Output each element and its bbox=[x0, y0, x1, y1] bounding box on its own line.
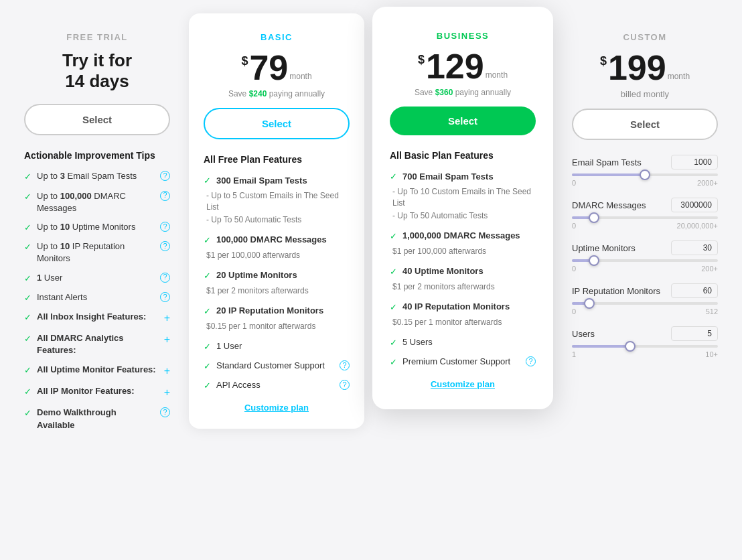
expand-icon[interactable]: + bbox=[164, 385, 170, 400]
help-icon[interactable]: ? bbox=[160, 171, 170, 181]
business-price-number: 129 bbox=[426, 49, 484, 84]
list-item: ✓ Up to 3 Email Spam Tests ? bbox=[24, 170, 170, 183]
slider-ip-reputation: IP Reputation Monitors 60 0 512 bbox=[572, 283, 718, 316]
slider-uptime-value: 30 bbox=[671, 240, 718, 255]
slider-users-value: 5 bbox=[671, 326, 718, 341]
business-select-button[interactable]: Select bbox=[390, 107, 536, 135]
list-item: ✓ 1,000,000 DMARC Messages $1 per 100,00… bbox=[390, 230, 536, 259]
list-item: ✓ 700 Email Spam Tests - Up To 10 Custom… bbox=[390, 170, 536, 223]
plan-free-label: FREE TRIAL bbox=[24, 32, 170, 42]
slider-thumb[interactable] bbox=[625, 341, 636, 352]
custom-price-row: $ 199 month bbox=[572, 50, 718, 85]
plan-business: BUSINESS $ 129 month Save $360 paying an… bbox=[372, 7, 553, 409]
check-icon: ✓ bbox=[390, 301, 397, 313]
basic-customize-link[interactable]: Customize plan bbox=[204, 403, 350, 413]
plan-free: FREE TRIAL Try it for 14 days Select Act… bbox=[9, 13, 185, 458]
business-price-dollar: $ bbox=[418, 53, 425, 67]
slider-users-label: Users bbox=[572, 329, 595, 339]
business-price-row: $ 129 month bbox=[390, 49, 536, 84]
plan-basic-label: BASIC bbox=[204, 32, 350, 42]
slider-uptime-monitors: Uptime Monitors 30 0 200+ bbox=[572, 240, 718, 273]
check-icon: ✓ bbox=[390, 337, 397, 349]
slider-thumb[interactable] bbox=[589, 255, 599, 266]
business-price-period: month bbox=[486, 70, 508, 80]
expand-icon[interactable]: + bbox=[164, 364, 170, 378]
check-icon: ✓ bbox=[24, 311, 31, 324]
check-icon: ✓ bbox=[390, 356, 397, 368]
help-icon[interactable]: ? bbox=[340, 380, 350, 390]
check-icon: ✓ bbox=[24, 292, 31, 304]
plan-custom: CUSTOM $ 199 month billed montly Select … bbox=[557, 13, 733, 385]
slider-max: 10+ bbox=[705, 350, 718, 358]
help-icon[interactable]: ? bbox=[526, 356, 536, 366]
list-item: ✓ Up to 10 IP Reputation Monitors ? bbox=[24, 240, 170, 265]
help-icon[interactable]: ? bbox=[160, 407, 170, 417]
help-icon[interactable]: ? bbox=[340, 360, 350, 370]
help-icon[interactable]: ? bbox=[160, 191, 170, 201]
check-icon: ✓ bbox=[24, 407, 31, 419]
check-icon: ✓ bbox=[390, 171, 397, 183]
check-icon: ✓ bbox=[24, 241, 31, 253]
basic-price-number: 79 bbox=[249, 50, 288, 85]
check-icon: ✓ bbox=[204, 360, 211, 372]
slider-thumb[interactable] bbox=[589, 212, 599, 223]
slider-max: 512 bbox=[706, 307, 718, 316]
slider-min: 0 bbox=[572, 307, 576, 316]
custom-price-number: 199 bbox=[608, 50, 666, 85]
check-icon: ✓ bbox=[390, 266, 397, 278]
help-icon[interactable]: ? bbox=[160, 273, 170, 283]
check-icon: ✓ bbox=[24, 364, 31, 376]
basic-price-dollar: $ bbox=[241, 54, 248, 68]
slider-thumb[interactable] bbox=[640, 169, 650, 180]
check-icon: ✓ bbox=[24, 222, 31, 234]
slider-max: 20,000,000+ bbox=[677, 222, 718, 230]
check-icon: ✓ bbox=[204, 305, 211, 318]
basic-save-text: Save $240 paying annually bbox=[204, 89, 350, 98]
check-icon: ✓ bbox=[390, 230, 397, 242]
expand-icon[interactable]: + bbox=[164, 311, 170, 326]
free-select-button[interactable]: Select bbox=[24, 104, 170, 135]
slider-ip-value: 60 bbox=[671, 283, 718, 298]
business-customize-link[interactable]: Customize plan bbox=[390, 379, 536, 389]
list-item: ✓ 40 Uptime Monitors $1 per 2 monitors a… bbox=[390, 265, 536, 294]
list-item: ✓ 1 User ? bbox=[24, 272, 170, 285]
help-icon[interactable]: ? bbox=[160, 292, 170, 302]
list-item: ✓ 40 IP Reputation Monitors $0.15 per 1 … bbox=[390, 301, 536, 330]
list-item: ✓ API Access ? bbox=[204, 379, 350, 392]
list-item: ✓ Up to 100,000 DMARC Messages ? bbox=[24, 190, 170, 214]
basic-price-period: month bbox=[289, 72, 311, 81]
custom-price-period: month bbox=[668, 72, 690, 81]
slider-dmarc-value: 3000000 bbox=[671, 198, 718, 212]
list-item: ✓ All DMARC Analytics Features: + bbox=[24, 332, 170, 356]
slider-thumb[interactable] bbox=[584, 298, 595, 309]
list-item: ✓ Demo Walkthrough Available ? bbox=[24, 407, 170, 431]
basic-select-button[interactable]: Select bbox=[204, 108, 350, 139]
check-icon: ✓ bbox=[204, 380, 211, 392]
slider-max: 200+ bbox=[701, 265, 718, 273]
custom-price-area: $ 199 month bbox=[572, 50, 718, 85]
free-trial-headline: Try it for 14 days bbox=[24, 50, 170, 92]
list-item: ✓ Instant Alerts ? bbox=[24, 291, 170, 304]
slider-min: 1 bbox=[572, 350, 576, 358]
slider-email-spam-label: Email Spam Tests bbox=[572, 157, 642, 167]
list-item: ✓ 300 Email Spam Tests - Up to 5 Custom … bbox=[204, 174, 350, 227]
help-icon[interactable]: ? bbox=[160, 222, 170, 232]
expand-icon[interactable]: + bbox=[164, 332, 170, 347]
slider-fill bbox=[572, 173, 645, 176]
list-item: ✓ 20 Uptime Monitors $1 per 2 monitors a… bbox=[204, 269, 350, 298]
check-icon: ✓ bbox=[24, 333, 31, 345]
list-item: ✓ Up to 10 Uptime Monitors ? bbox=[24, 221, 170, 234]
slider-fill bbox=[572, 345, 630, 348]
check-icon: ✓ bbox=[24, 171, 31, 183]
list-item: ✓ All Inbox Insight Features: + bbox=[24, 311, 170, 326]
check-icon: ✓ bbox=[24, 191, 31, 203]
check-icon: ✓ bbox=[204, 270, 211, 282]
list-item: ✓ 20 IP Reputation Monitors $0.15 per 1 … bbox=[204, 305, 350, 334]
help-icon[interactable]: ? bbox=[160, 241, 170, 251]
custom-select-button[interactable]: Select bbox=[572, 109, 718, 140]
list-item: ✓ All Uptime Monitor Features: + bbox=[24, 364, 170, 378]
list-item: ✓ 100,000 DMARC Messages $1 per 100,000 … bbox=[204, 234, 350, 263]
business-price-area: $ 129 month bbox=[390, 49, 536, 84]
basic-section-title: All Free Plan Features bbox=[204, 154, 350, 165]
check-icon: ✓ bbox=[24, 273, 31, 285]
